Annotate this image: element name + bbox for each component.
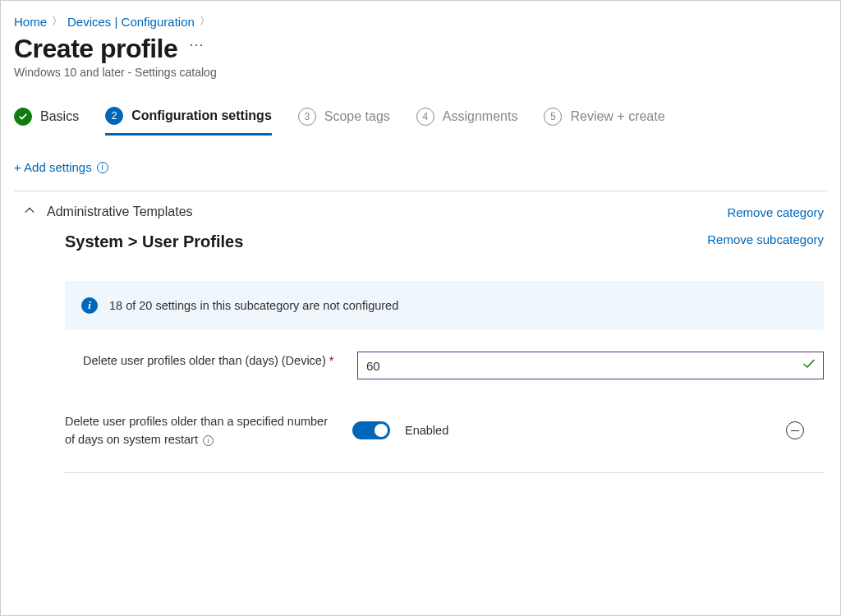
remove-subcategory-button[interactable]: Remove subcategory (707, 232, 824, 246)
step-number-icon: 4 (416, 108, 434, 126)
more-actions-button[interactable]: ⋯ (189, 35, 205, 53)
step-configuration[interactable]: 2 Configuration settings (105, 107, 272, 136)
step-number-icon: 3 (298, 108, 316, 126)
step-label: Review + create (570, 109, 664, 124)
valid-checkmark-icon (802, 357, 816, 374)
breadcrumb-home[interactable]: Home (14, 15, 47, 29)
required-indicator: * (329, 354, 334, 367)
step-basics[interactable]: Basics (14, 108, 79, 134)
chevron-right-icon: 〉 (52, 14, 62, 29)
info-icon: i (97, 162, 108, 173)
step-number-icon: 5 (544, 108, 562, 126)
enabled-toggle[interactable] (352, 421, 390, 439)
toggle-status-label: Enabled (405, 424, 448, 437)
step-number-icon: 2 (105, 107, 123, 125)
chevron-up-icon (24, 205, 35, 219)
setting-days-label: Delete user profiles older than (days) (… (83, 352, 338, 370)
page-subtitle: Windows 10 and later - Settings catalog (14, 66, 827, 79)
step-label: Basics (40, 109, 79, 124)
checkmark-icon (14, 108, 32, 126)
banner-text: 18 of 20 settings in this subcategory ar… (109, 299, 398, 312)
step-label: Assignments (443, 109, 518, 124)
step-assignments[interactable]: 4 Assignments (416, 108, 518, 134)
info-icon: i (81, 297, 98, 314)
subcategory-name: System > User Profiles (65, 232, 243, 251)
category-name: Administrative Templates (47, 205, 193, 219)
toggle-knob (375, 424, 388, 437)
divider (65, 472, 824, 473)
category-toggle[interactable]: Administrative Templates (24, 205, 193, 219)
days-input[interactable] (357, 352, 824, 379)
breadcrumb: Home 〉 Devices | Configuration 〉 (14, 14, 827, 29)
breadcrumb-devices[interactable]: Devices | Configuration (67, 15, 195, 29)
remove-category-button[interactable]: Remove category (727, 205, 824, 219)
add-settings-button[interactable]: + Add settings i (14, 160, 827, 174)
add-settings-label: + Add settings (14, 160, 92, 174)
info-icon[interactable]: i (203, 435, 214, 446)
wizard-stepper: Basics 2 Configuration settings 3 Scope … (14, 107, 827, 136)
step-label: Configuration settings (131, 108, 272, 123)
step-label: Scope tags (324, 109, 390, 124)
minus-icon (791, 430, 799, 432)
step-review[interactable]: 5 Review + create (544, 108, 664, 134)
info-banner: i 18 of 20 settings in this subcategory … (65, 281, 824, 330)
remove-setting-button[interactable] (786, 421, 804, 439)
setting-restart-label: Delete user profiles older than a specif… (65, 412, 338, 449)
step-scope-tags[interactable]: 3 Scope tags (298, 108, 390, 134)
chevron-right-icon: 〉 (200, 14, 210, 29)
page-title: Create profile (14, 34, 177, 64)
